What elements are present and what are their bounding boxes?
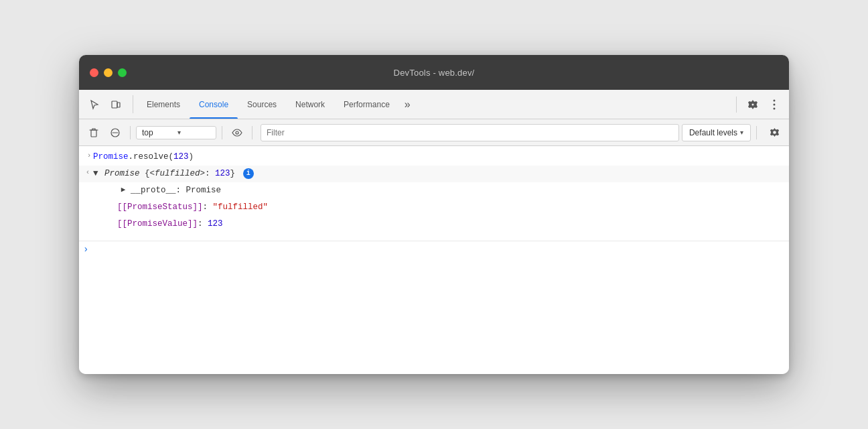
input-arrow-1[interactable]: ›	[81, 150, 93, 160]
titlebar: DevTools - web.dev/	[79, 55, 789, 90]
console-output-line-1: ‹ ▼ Promise {<fulfilled>: 123} i	[79, 166, 789, 182]
console-input-content-1: Promise.resolve(123)	[93, 150, 784, 164]
levels-button[interactable]: Default levels ▾	[682, 124, 751, 141]
promise-status-line: [[PromiseStatus]]: "fulfilled"	[79, 199, 789, 216]
tabbar-right	[732, 90, 784, 119]
console-toolbar: top ▾ Default levels ▾	[79, 119, 789, 146]
svg-point-4	[774, 107, 776, 109]
levels-chevron-icon: ▾	[740, 129, 743, 136]
tab-elements[interactable]: Elements	[137, 90, 190, 119]
no-entry-button[interactable]	[106, 123, 125, 142]
filter-input-wrap	[261, 124, 679, 141]
promise-status-key: [[PromiseStatus]]	[117, 202, 203, 212]
proto-val: Promise	[186, 186, 222, 195]
back-arrow: ‹	[81, 167, 93, 176]
promise-label: Promise	[104, 169, 145, 178]
code-text: Promise	[93, 152, 129, 162]
proto-content: __proto__: Promise	[131, 184, 784, 197]
tabbar-divider	[133, 95, 133, 113]
close-button[interactable]	[90, 68, 98, 77]
eye-icon	[232, 129, 242, 137]
svg-rect-1	[117, 103, 120, 107]
spacer	[79, 233, 789, 241]
gear-icon	[747, 99, 758, 110]
promise-value-line: [[PromiseValue]]: 123	[79, 216, 789, 233]
console-output: › Promise.resolve(123) ‹ ▼ Promise {<ful…	[79, 146, 789, 374]
code-text: :	[176, 186, 186, 195]
code-text: :	[198, 219, 208, 229]
code-text: .resolve(	[129, 152, 174, 162]
console-settings-button[interactable]	[765, 123, 784, 142]
code-text: :	[203, 202, 213, 212]
console-input-line-1: › Promise.resolve(123)	[79, 149, 789, 166]
proto-arrow[interactable]: ▶	[117, 184, 129, 194]
chevron-down-icon: ▾	[177, 129, 210, 136]
window-title: DevTools - web.dev/	[394, 68, 475, 78]
clear-console-button[interactable]	[84, 123, 103, 142]
clear-icon	[88, 127, 99, 138]
toolbar-divider-3	[252, 126, 252, 139]
tabbar-tools	[84, 90, 126, 119]
code-number: 123	[173, 152, 189, 162]
tab-network[interactable]: Network	[286, 90, 334, 119]
levels-label: Default levels	[689, 128, 737, 137]
cursor-icon	[89, 99, 100, 110]
prompt-caret: ›	[83, 244, 88, 255]
more-tabs-button[interactable]: »	[399, 90, 416, 119]
proto-key: __proto__	[131, 186, 176, 195]
code-text: }	[230, 169, 236, 178]
settings-button[interactable]	[743, 95, 762, 114]
promise-value: 123	[215, 169, 230, 178]
svg-point-6	[236, 131, 238, 134]
maximize-button[interactable]	[118, 68, 127, 77]
device-toggle-button[interactable]	[106, 95, 126, 115]
console-gear-icon	[770, 127, 780, 137]
filter-input[interactable]	[267, 128, 673, 137]
svg-rect-0	[112, 101, 117, 108]
console-output-content-1: ▼ Promise {<fulfilled>: 123} i	[93, 167, 784, 180]
code-text: >:	[200, 169, 216, 178]
console-prompt-line[interactable]: ›	[79, 241, 789, 257]
info-badge[interactable]: i	[243, 168, 254, 179]
expand-toggle[interactable]: ▼	[93, 169, 98, 178]
minimize-button[interactable]	[104, 68, 113, 77]
svg-point-3	[774, 103, 776, 105]
toolbar-divider-4	[756, 126, 757, 139]
more-vert-icon	[773, 99, 776, 110]
context-selector[interactable]: top ▾	[136, 126, 216, 139]
toolbar-divider	[130, 126, 131, 139]
tab-performance[interactable]: Performance	[334, 90, 399, 119]
eye-button[interactable]	[228, 129, 246, 137]
tab-sources[interactable]: Sources	[238, 90, 286, 119]
device-icon	[111, 99, 121, 110]
more-options-button[interactable]	[765, 95, 784, 114]
code-text: )	[189, 152, 194, 162]
promise-value-content: [[PromiseValue]]: 123	[117, 217, 784, 231]
promise-status-content: [[PromiseStatus]]: "fulfilled"	[117, 200, 784, 214]
code-text: {<	[145, 169, 155, 178]
no-entry-icon	[110, 127, 121, 138]
fulfilled-text: fulfilled	[155, 169, 200, 178]
promise-status-value: "fulfilled"	[213, 202, 269, 212]
tabbar: Elements Console Sources Network Perform…	[79, 90, 789, 119]
promise-value-key: [[PromiseValue]]	[117, 219, 198, 229]
tabbar-right-divider	[736, 97, 737, 113]
inspect-element-button[interactable]	[84, 95, 104, 115]
tab-console[interactable]: Console	[190, 90, 238, 119]
promise-value-num: 123	[208, 219, 223, 229]
proto-line: ▶ __proto__: Promise	[91, 182, 789, 199]
toolbar-divider-2	[222, 126, 222, 139]
context-value: top	[142, 128, 175, 137]
devtools-window: DevTools - web.dev/ Elements Console	[79, 55, 789, 374]
traffic-lights	[90, 68, 127, 77]
svg-point-2	[774, 99, 776, 101]
